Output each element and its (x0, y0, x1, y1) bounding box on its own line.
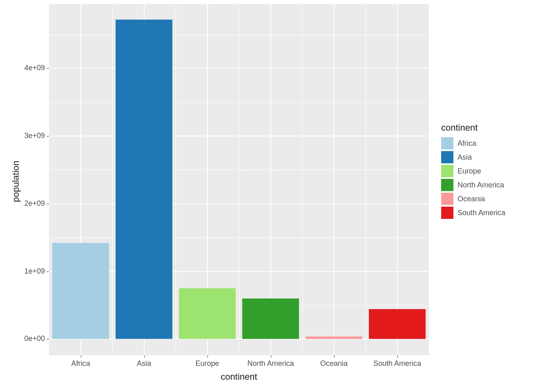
y-tick-label: 4e+09 (24, 64, 45, 72)
plot-panel (49, 4, 429, 355)
legend-label: North America (458, 181, 504, 189)
y-tick-mark (47, 272, 49, 272)
legend-swatch (441, 151, 453, 163)
x-tick-mark (144, 355, 145, 358)
legend-swatch (441, 137, 453, 149)
x-tick-label: Africa (71, 359, 90, 368)
legend-item: Africa (441, 136, 505, 150)
legend: continent AfricaAsiaEuropeNorth AmericaO… (441, 122, 505, 220)
legend-swatch (441, 165, 453, 177)
gridline-vertical-minor (366, 4, 366, 355)
y-tick-mark (47, 204, 49, 204)
gridline-vertical (397, 4, 398, 355)
legend-item: Asia (441, 150, 505, 164)
legend-label: Europe (458, 167, 481, 176)
chart-container: population continent continent AfricaAsi… (0, 0, 549, 392)
x-tick-label: Europe (195, 359, 219, 368)
legend-label: Oceania (458, 195, 485, 203)
bar (369, 309, 426, 339)
y-tick-label: 2e+09 (24, 199, 45, 208)
legend-label: Asia (458, 153, 472, 162)
gridline-vertical-minor (112, 4, 113, 355)
bar (116, 20, 173, 339)
x-tick-mark (271, 355, 271, 358)
y-tick-mark (47, 136, 49, 136)
x-tick-mark (81, 355, 81, 358)
gridline-vertical-minor (302, 4, 303, 355)
x-tick-label: Asia (137, 359, 151, 368)
x-tick-mark (208, 355, 208, 358)
y-axis-title: population (11, 160, 21, 202)
bar (306, 336, 363, 339)
gridline-vertical-minor (176, 4, 176, 355)
legend-swatch (441, 207, 453, 219)
legend-swatch (441, 179, 453, 191)
legend-item: South America (441, 206, 505, 220)
legend-label: South America (458, 209, 505, 217)
y-tick-label: 3e+09 (24, 131, 45, 140)
x-tick-mark (397, 355, 398, 358)
y-tick-label: 1e+09 (24, 267, 45, 276)
legend-item: North America (441, 178, 505, 192)
gridline-vertical-minor (239, 4, 239, 355)
y-tick-mark (47, 339, 49, 339)
bar (242, 298, 299, 339)
bar (52, 243, 109, 339)
x-tick-label: Oceania (320, 359, 348, 368)
legend-item: Europe (441, 164, 505, 178)
legend-label: Africa (458, 139, 476, 148)
x-tick-mark (334, 355, 335, 358)
legend-item: Oceania (441, 192, 505, 206)
x-tick-label: North America (247, 359, 294, 368)
y-tick-mark (47, 68, 49, 69)
x-tick-label: South America (373, 359, 421, 368)
bar (179, 288, 236, 339)
x-axis-title: continent (221, 372, 257, 382)
legend-swatch (441, 193, 453, 205)
legend-title: continent (441, 122, 505, 133)
y-tick-label: 0e+00 (24, 334, 45, 343)
gridline-vertical (334, 4, 335, 355)
